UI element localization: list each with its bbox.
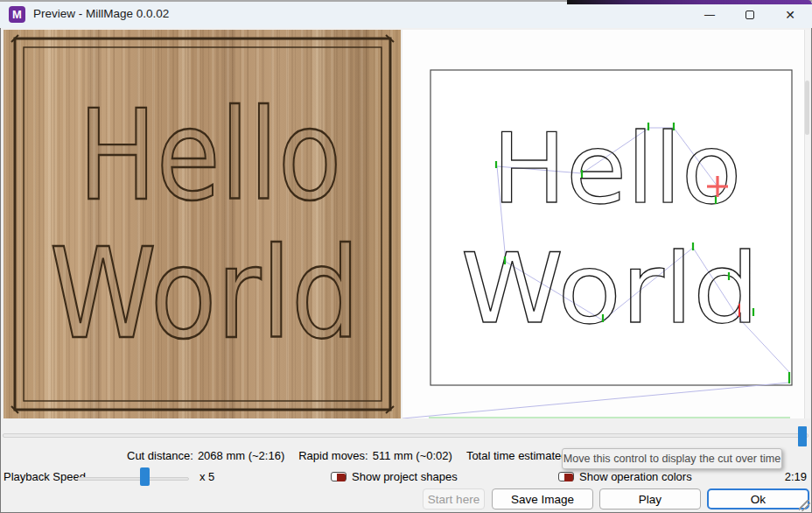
start-here-button[interactable]: Start here xyxy=(423,488,485,509)
show-project-shapes-label[interactable]: Show project shapes xyxy=(352,470,458,483)
show-operation-colors-checkbox[interactable] xyxy=(558,472,574,481)
checkbox-red-fill-icon xyxy=(337,474,346,481)
app-logo-icon: M xyxy=(9,6,25,23)
rendered-preview-panel: Hello World xyxy=(4,30,401,418)
checkbox-red-fill-icon xyxy=(564,474,573,481)
carved-text-hello: Hello xyxy=(79,83,342,228)
carved-preview-graphic: Hello World xyxy=(4,30,401,418)
playback-speed-slider-track[interactable] xyxy=(77,477,189,481)
status-bar: Cut distance:2068 mm (~2:16)Rapid moves:… xyxy=(127,449,611,462)
resize-grip[interactable] xyxy=(799,500,810,511)
current-time-display: 2:19 xyxy=(785,470,807,483)
playback-speed-label: Playback Speed xyxy=(4,470,86,483)
ok-button[interactable]: Ok xyxy=(707,488,809,509)
cut-distance-label: Cut distance: xyxy=(127,449,193,462)
window-controls: — ✕ xyxy=(690,2,810,28)
close-button[interactable]: ✕ xyxy=(770,2,810,28)
minimize-button[interactable]: — xyxy=(690,2,730,28)
maximize-icon xyxy=(746,11,754,19)
close-icon: ✕ xyxy=(785,8,795,22)
play-button[interactable]: Play xyxy=(599,488,701,509)
preview-window: M Preview - MillMage 0.0.02 — ✕ Hello Wo… xyxy=(0,0,812,513)
panel-scrollbar-thumb[interactable] xyxy=(805,81,809,135)
minimize-icon: — xyxy=(704,9,715,21)
show-operation-colors-label[interactable]: Show operation colors xyxy=(579,470,692,483)
time-scrubber-track[interactable] xyxy=(3,433,808,438)
save-image-button[interactable]: Save Image xyxy=(492,488,593,509)
show-project-shapes-checkbox[interactable] xyxy=(331,472,346,481)
playback-speed-multiplier: x 5 xyxy=(200,470,214,483)
scrubber-tooltip: Move this control to display the cut ove… xyxy=(562,448,782,469)
toolpath-graphic: Hello World xyxy=(402,30,804,418)
toolpath-preview-panel: Hello World xyxy=(402,30,810,418)
time-scrubber-handle[interactable] xyxy=(798,426,807,446)
window-title: Preview - MillMage 0.0.02 xyxy=(33,7,169,20)
path-text-hello: Hello xyxy=(493,112,742,225)
rapid-moves-label: Rapid moves: xyxy=(298,449,368,462)
main-window-accent xyxy=(567,0,812,4)
cut-distance-value: 2068 mm (~2:16) xyxy=(198,449,284,462)
controls-row: Playback Speed x 5 Show project shapes S… xyxy=(0,467,812,488)
titlebar[interactable]: M Preview - MillMage 0.0.02 — ✕ xyxy=(0,2,812,28)
path-text-world: World xyxy=(461,232,760,345)
tooltip-text: Move this control to display the cut ove… xyxy=(564,453,781,465)
rapid-moves-value: 511 mm (~0:02) xyxy=(373,449,452,462)
carved-text-world: World xyxy=(50,221,360,366)
total-time-label: Total time estimated: xyxy=(466,449,570,462)
panel-scrollbar[interactable] xyxy=(804,30,810,418)
playback-speed-slider-handle[interactable] xyxy=(140,467,150,486)
maximize-button[interactable] xyxy=(730,2,770,28)
